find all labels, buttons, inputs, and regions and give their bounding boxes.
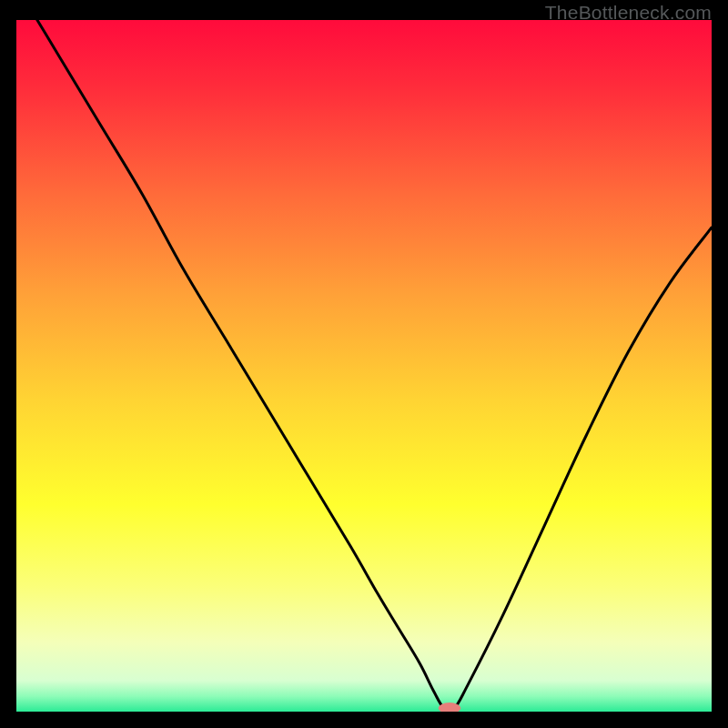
plot-area [16,20,712,712]
bottleneck-chart [16,20,712,712]
chart-frame: TheBottleneck.com [0,0,728,728]
gradient-background [16,20,712,712]
